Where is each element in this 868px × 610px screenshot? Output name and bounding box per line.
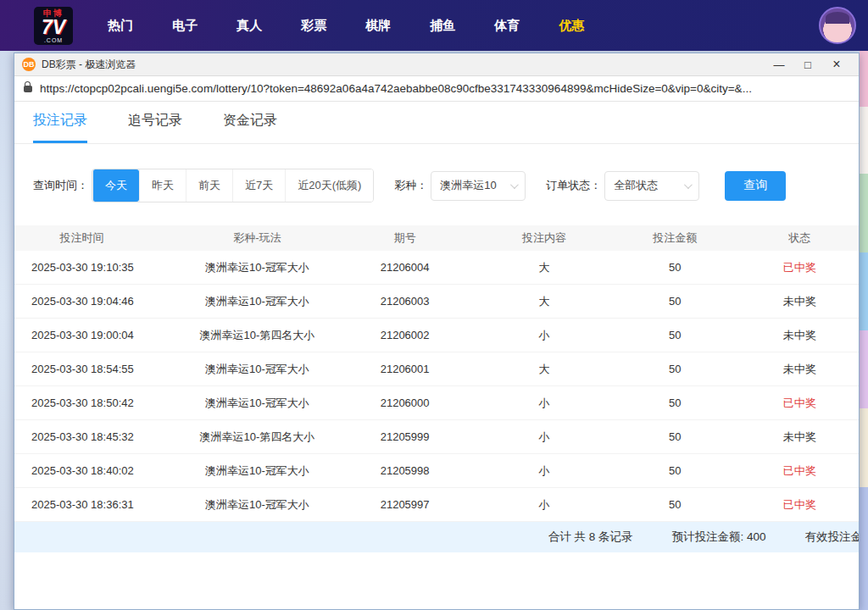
cell-game-play: 澳洲幸运10-冠军大小 [183,294,331,309]
close-icon[interactable]: × [822,57,851,72]
table-row: 2025-03-30 18:54:55 澳洲幸运10-冠军大小 21206001… [14,352,859,386]
cell-issue: 21206004 [331,261,478,274]
nav-item[interactable]: 捕鱼 [410,0,475,51]
cell-bet-amount: 50 [609,464,740,477]
record-tabs: 投注记录 追号记录 资金记录 [14,102,859,144]
cell-bet-amount: 50 [609,498,740,511]
cell-bet-time: 2025-03-30 19:04:46 [14,295,183,308]
cell-issue: 21206003 [331,295,478,308]
summary-count: 合计 共 8 条记录 [548,530,633,545]
header-status: 状态 [741,230,859,246]
table-row: 2025-03-30 19:04:46 澳洲幸运10-冠军大小 21206003… [14,285,859,319]
tab[interactable]: 追号记录 [128,112,182,143]
time-filter-label: 查询时间： [33,178,88,193]
address-bar[interactable]: https://ctopcp02pcali.uengi5e.com/lotter… [14,76,859,102]
table-row: 2025-03-30 18:40:02 澳洲幸运10-冠军大小 21205998… [14,454,859,488]
cell-status: 已中奖 [741,463,859,479]
cell-issue: 21206002 [331,329,478,341]
table-row: 2025-03-30 18:36:31 澳洲幸运10-冠军大小 21205997… [14,488,859,522]
nav-item[interactable]: 体育 [475,0,539,51]
nav-item[interactable]: 真人 [217,0,281,51]
cell-status: 已中奖 [741,260,859,275]
time-filter-option[interactable]: 前天 [186,169,232,202]
cell-status: 未中奖 [741,328,859,343]
cell-bet-content: 小 [479,328,609,343]
window-title-bar[interactable]: DB DB彩票 - 极速浏览器 — □ × [14,53,859,76]
window-title: DB彩票 - 极速浏览器 [42,58,136,72]
user-avatar[interactable] [819,7,856,44]
cell-bet-content: 小 [479,396,609,411]
cell-bet-amount: 50 [609,261,740,274]
cell-status: 已中奖 [741,396,859,411]
cell-game-play: 澳洲幸运10-冠军大小 [183,497,331,513]
maximize-icon[interactable]: □ [793,58,822,71]
cell-bet-amount: 50 [609,363,740,375]
order-status-select[interactable]: 全部状态 [604,171,699,201]
time-filter-option[interactable]: 近20天(低频) [285,169,373,202]
table-row: 2025-03-30 18:50:42 澳洲幸运10-冠军大小 21206000… [14,386,859,420]
cell-game-play: 澳洲幸运10-第四名大小 [183,328,331,343]
cell-bet-time: 2025-03-30 18:36:31 [14,498,183,511]
header-bet-time: 投注时间 [14,230,183,246]
cell-bet-content: 小 [479,430,609,445]
summary-valid-amount: 有效投注金 [805,530,860,545]
cell-issue: 21205998 [331,464,478,477]
logo-main-text: 7V [42,18,65,37]
search-button[interactable]: 查询 [725,171,786,201]
cell-bet-time: 2025-03-30 18:54:55 [14,363,183,375]
cell-bet-amount: 50 [609,396,740,409]
cell-status: 已中奖 [741,497,859,513]
time-filter-option[interactable]: 近7天 [232,169,285,202]
nav-item[interactable]: 彩票 [281,0,346,51]
nav-item[interactable]: 优惠 [539,0,604,51]
table-header-row: 投注时间 彩种-玩法 期号 投注内容 投注金额 状态 [14,225,859,251]
cell-issue: 21205997 [331,498,478,511]
tab[interactable]: 资金记录 [223,112,277,143]
filter-bar: 查询时间： 今天 昨天 前天 近7天 近20天(低频) 彩种： 澳洲幸运10 [14,169,859,202]
time-filter-option[interactable]: 昨天 [139,169,186,202]
header-bet-amount: 投注金额 [609,230,740,246]
nav-item[interactable]: 棋牌 [346,0,410,51]
lottery-select-value: 澳洲幸运10 [440,178,496,193]
lottery-select[interactable]: 澳洲幸运10 [431,171,526,201]
cell-issue: 21205999 [331,430,478,443]
time-filter-option[interactable]: 今天 [92,169,139,202]
cell-bet-content: 大 [479,362,609,377]
table-row: 2025-03-30 18:45:32 澳洲幸运10-第四名大小 2120599… [14,420,859,454]
cell-bet-time: 2025-03-30 18:50:42 [14,396,183,409]
cell-bet-time: 2025-03-30 18:45:32 [14,430,183,443]
site-logo[interactable]: 申博 7V .COM [34,7,73,45]
cell-bet-time: 2025-03-30 19:10:35 [14,261,183,274]
cell-game-play: 澳洲幸运10-冠军大小 [183,396,331,411]
desktop-background-strip [860,51,868,610]
chevron-down-icon [510,180,519,189]
logo-sub-text: .COM [44,37,63,43]
table-row: 2025-03-30 19:10:35 澳洲幸运10-冠军大小 21206004… [14,251,859,285]
header-bet-content: 投注内容 [479,230,609,246]
table-row: 2025-03-30 19:00:04 澳洲幸运10-第四名大小 2120600… [14,319,859,352]
top-nav: 申博 7V .COM 热门 电子 真人 彩票 棋牌 捕鱼 体育 优惠 [0,0,868,51]
table-body: 2025-03-30 19:10:35 澳洲幸运10-冠军大小 21206004… [14,251,859,522]
cell-bet-content: 小 [479,497,609,513]
url-text[interactable]: https://ctopcp02pcali.uengi5e.com/lotter… [40,82,752,95]
lock-icon [24,86,32,92]
cell-bet-time: 2025-03-30 18:40:02 [14,464,183,477]
app-badge-icon: DB [22,58,36,71]
cell-status: 未中奖 [741,362,859,377]
cell-status: 未中奖 [741,430,859,445]
summary-expected-amount: 预计投注金额: 400 [671,530,765,545]
nav-item[interactable]: 热门 [88,0,153,51]
cell-game-play: 澳洲幸运10-冠军大小 [183,362,331,377]
cell-bet-content: 大 [479,260,609,275]
nav-item[interactable]: 电子 [153,0,217,51]
lottery-select-label: 彩种： [394,178,427,193]
cell-bet-time: 2025-03-30 19:00:04 [14,329,183,341]
minimize-icon[interactable]: — [765,58,793,71]
header-game-play: 彩种-玩法 [183,230,331,246]
cell-bet-amount: 50 [609,295,740,308]
tab[interactable]: 投注记录 [33,112,87,143]
page-content: 投注记录 追号记录 资金记录 查询时间： 今天 昨天 前天 近7天 近20天(低… [14,102,859,609]
cell-bet-content: 小 [479,463,609,479]
records-table: 投注时间 彩种-玩法 期号 投注内容 投注金额 状态 2025-03-30 19… [14,225,859,522]
time-filter-group: 今天 昨天 前天 近7天 近20天(低频) [92,169,374,202]
